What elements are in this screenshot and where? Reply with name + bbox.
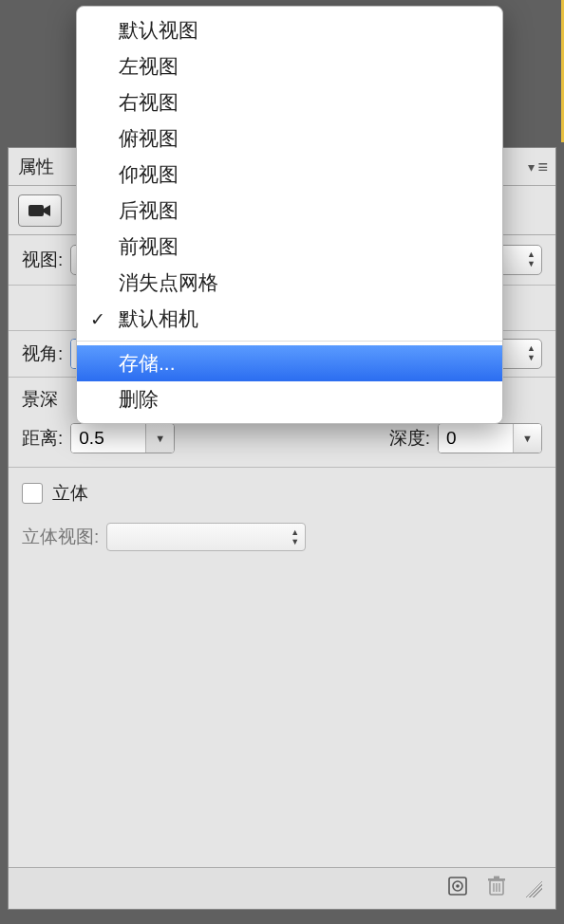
stereo-section: 立体 立体视图: ▲▼: [9, 468, 555, 564]
panel-title: 属性: [18, 155, 54, 179]
render-settings-button[interactable]: [447, 876, 468, 901]
svg-rect-0: [28, 205, 44, 216]
menu-item[interactable]: 俯视图: [77, 120, 502, 157]
distance-label: 距离:: [22, 426, 63, 451]
menu-separator: [77, 341, 502, 342]
dropdown-arrows-icon: ▲▼: [527, 249, 536, 268]
distance-dropdown-button[interactable]: ▼: [145, 424, 174, 453]
menu-item[interactable]: 消失点网格: [77, 265, 502, 301]
fov-label: 视角:: [22, 342, 63, 366]
menu-item[interactable]: 删除: [77, 381, 502, 417]
stereo-label: 立体: [52, 481, 88, 506]
dropdown-arrows-icon: ▲▼: [527, 343, 536, 362]
stereo-view-select[interactable]: ▲▼: [106, 523, 306, 551]
depth-input[interactable]: [439, 424, 513, 453]
delete-button[interactable]: [487, 876, 506, 901]
menu-item[interactable]: 左视图: [77, 48, 502, 84]
depth-dropdown-button[interactable]: ▼: [513, 424, 541, 453]
camcorder-icon: [28, 203, 51, 218]
menu-item[interactable]: 前视图: [77, 229, 502, 265]
stereo-view-label: 立体视图:: [22, 525, 99, 549]
panel-footer: [9, 867, 555, 909]
svg-rect-6: [494, 877, 499, 879]
camera-mode-button[interactable]: [18, 194, 62, 227]
depth-combo[interactable]: ▼: [438, 423, 542, 453]
menu-item[interactable]: 默认相机: [77, 301, 502, 337]
view-label: 视图:: [22, 248, 63, 272]
panel-flyout-menu-button[interactable]: [528, 157, 548, 176]
menu-item[interactable]: 默认视图: [77, 12, 502, 48]
distance-combo[interactable]: ▼: [70, 423, 175, 453]
svg-point-3: [456, 884, 460, 888]
view-preset-menu: 默认视图左视图右视图俯视图仰视图后视图前视图消失点网格默认相机 存储...删除: [76, 6, 503, 424]
stereo-checkbox[interactable]: [22, 483, 43, 504]
menu-item[interactable]: 右视图: [77, 84, 502, 120]
menu-item[interactable]: 后视图: [77, 193, 502, 229]
menu-item[interactable]: 仰视图: [77, 157, 502, 193]
resize-grip[interactable]: [525, 880, 542, 897]
distance-input[interactable]: [71, 424, 145, 453]
dropdown-arrows-icon: ▲▼: [291, 527, 299, 546]
svg-rect-5: [488, 878, 505, 881]
depth-label: 深度:: [389, 426, 430, 451]
menu-item[interactable]: 存储...: [77, 345, 502, 381]
